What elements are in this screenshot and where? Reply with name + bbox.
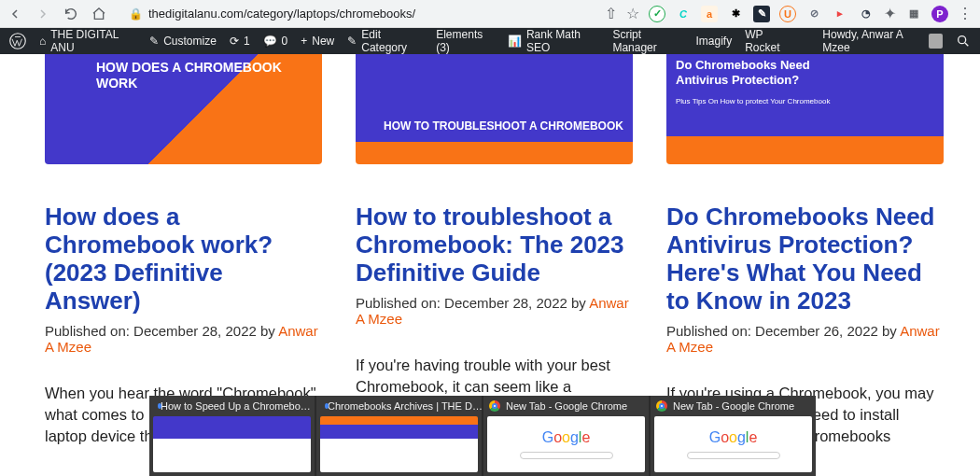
extension-icon[interactable]: ▸ [832, 6, 848, 22]
chart-icon: 📊 [508, 35, 522, 48]
google-logo: Google [709, 429, 758, 446]
site-name-label: THE DIGITAL ANU [50, 28, 136, 54]
updates-count: 1 [244, 35, 250, 48]
wp-admin-bar: ⌂ THE DIGITAL ANU ✎ Customize ⟳ 1 💬 0 + … [0, 28, 980, 54]
window-title: New Tab - Google Chrome [673, 400, 794, 412]
imagify-link[interactable]: Imagify [695, 35, 732, 48]
extension-icon[interactable]: ⊘ [805, 6, 822, 22]
window-title: Chromebooks Archives | THE D… [328, 400, 482, 412]
new-label: New [312, 35, 334, 48]
brush-icon: ✎ [149, 35, 159, 48]
comments-count: 0 [282, 35, 288, 48]
window-title: New Tab - Google Chrome [506, 400, 627, 412]
search-icon[interactable] [956, 34, 971, 49]
howdy-account[interactable]: Howdy, Anwar A Mzee [822, 28, 943, 54]
home-icon: ⌂ [39, 35, 46, 48]
post-title-link[interactable]: How does a Chromebook work? (2023 Defini… [45, 203, 322, 315]
menu-icon[interactable]: ⋮ [958, 5, 973, 22]
plus-icon: + [301, 35, 307, 48]
thumb-text: HOW TO TROUBLESHOOT A CHROMEBOOK [384, 119, 623, 133]
post-thumbnail[interactable]: HOW TO TROUBLESHOOT A CHROMEBOOK [356, 54, 633, 164]
taskbar-window-preview[interactable]: New Tab - Google Chrome Google [483, 396, 649, 476]
rank-math-label: Rank Math SEO [526, 28, 599, 54]
script-manager-link[interactable]: Script Manager [612, 28, 682, 54]
comment-icon: 💬 [263, 35, 277, 48]
window-preview [320, 416, 478, 472]
post-title-link[interactable]: How to troubleshoot a Chromebook: The 20… [356, 203, 633, 287]
comments-link[interactable]: 💬 0 [263, 35, 288, 48]
pencil-icon: ✎ [347, 35, 357, 48]
home-icon[interactable] [91, 7, 106, 21]
url-text: thedigitalanu.com/category/laptops/chrom… [148, 7, 415, 21]
wp-rocket-link[interactable]: WP Rocket [745, 28, 796, 54]
taskbar-window-preview[interactable]: Chromebooks Archives | THE D… [316, 396, 482, 476]
post-meta: Published on: December 26, 2022 by Anwar… [666, 323, 944, 355]
extension-icon[interactable]: ◔ [858, 6, 875, 22]
window-title: How to Speed Up a Chromebo… [161, 400, 311, 412]
post-date: December 28, 2022 [444, 295, 567, 311]
taskbar-window-preview[interactable]: New Tab - Google Chrome Google [651, 396, 816, 476]
reload-icon[interactable] [63, 7, 78, 21]
published-label: Published on: [666, 323, 751, 339]
post-title-link[interactable]: Do Chromebooks Need Antivirus Protection… [666, 203, 944, 315]
post-date: December 26, 2022 [755, 323, 878, 339]
share-icon[interactable]: ⇧ [605, 5, 617, 22]
extensions-menu-icon[interactable]: ✦ [884, 5, 896, 22]
back-icon[interactable] [7, 7, 22, 21]
window-preview [153, 416, 311, 472]
window-preview: Google [654, 416, 812, 472]
taskbar-window-preview[interactable]: How to Speed Up a Chromebo… [149, 396, 315, 476]
svg-point-1 [959, 36, 966, 44]
extension-icon[interactable]: a [701, 6, 718, 22]
forward-icon[interactable] [35, 7, 50, 21]
site-name-link[interactable]: ⌂ THE DIGITAL ANU [39, 28, 136, 54]
post-meta: Published on: December 28, 2022 by Anwar… [45, 323, 322, 355]
bookmark-icon[interactable]: ☆ [626, 5, 639, 22]
extension-icon[interactable]: ✱ [727, 6, 744, 22]
updates-link[interactable]: ⟳ 1 [230, 35, 250, 48]
edit-category-label: Edit Category [361, 28, 423, 54]
extension-icon[interactable]: U [779, 6, 796, 22]
refresh-icon: ⟳ [230, 35, 239, 48]
by-label: by [571, 295, 586, 311]
post-excerpt: If you're having trouble with your best … [356, 355, 633, 398]
elements-link[interactable]: Elements (3) [436, 28, 495, 54]
new-content-link[interactable]: + New [301, 35, 334, 48]
chrome-icon [656, 400, 667, 412]
avatar [929, 34, 943, 49]
extension-icon[interactable]: ✓ [649, 6, 665, 22]
published-label: Published on: [356, 295, 441, 311]
post-thumbnail[interactable]: HOW DOES A CHROMEBOOK WORK [45, 54, 322, 164]
by-label: by [260, 323, 275, 339]
extension-icon[interactable]: C [675, 6, 692, 22]
post-date: December 28, 2022 [133, 323, 257, 339]
extension-icon[interactable]: ▦ [905, 6, 922, 22]
chrome-icon [489, 400, 500, 412]
howdy-label: Howdy, Anwar A Mzee [822, 28, 924, 54]
by-label: by [882, 323, 897, 339]
taskbar-previews: How to Speed Up a Chromebo… Chromebooks … [149, 396, 816, 476]
browser-toolbar: 🔒 thedigitalanu.com/category/laptops/chr… [0, 0, 980, 28]
address-bar[interactable]: 🔒 thedigitalanu.com/category/laptops/chr… [129, 7, 415, 21]
wp-logo-icon[interactable] [9, 33, 26, 49]
thumb-text: Do Chromebooks Need Antivirus Protection… [676, 58, 825, 87]
published-label: Published on: [45, 323, 130, 339]
thumb-subtext: Plus Tips On How to protect Your Chromeb… [676, 97, 830, 106]
customize-link[interactable]: ✎ Customize [149, 35, 217, 48]
google-logo: Google [542, 429, 591, 446]
profile-avatar[interactable]: P [931, 6, 948, 22]
rank-math-link[interactable]: 📊 Rank Math SEO [508, 28, 599, 54]
post-meta: Published on: December 28, 2022 by Anwar… [356, 295, 633, 327]
edit-category-link[interactable]: ✎ Edit Category [347, 28, 423, 54]
window-preview: Google [487, 416, 645, 472]
thumb-text: HOW DOES A CHROMEBOOK WORK [96, 60, 322, 91]
extension-icon[interactable]: ✎ [753, 6, 770, 22]
post-thumbnail[interactable]: Do Chromebooks Need Antivirus Protection… [666, 54, 944, 164]
lock-icon: 🔒 [129, 7, 143, 21]
customize-label: Customize [163, 35, 217, 48]
